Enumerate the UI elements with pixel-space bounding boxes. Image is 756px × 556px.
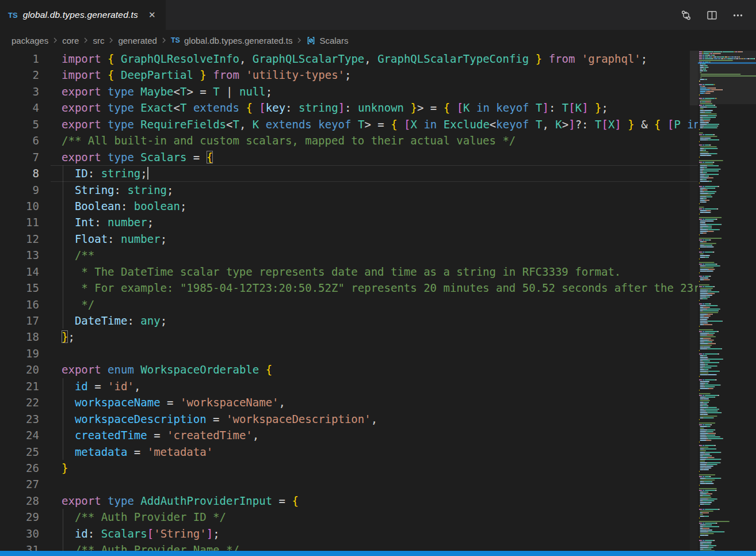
code-line[interactable]: 13 /** — [0, 247, 698, 263]
line-number: 17 — [0, 313, 39, 329]
line-number: 2 — [0, 67, 39, 83]
code-text: * The DateTime scalar type represents da… — [39, 264, 698, 280]
code-text — [39, 345, 698, 361]
breadcrumb-item-global-db-types-generated-ts[interactable]: TSglobal.db.types.generated.ts — [157, 36, 292, 45]
code-line[interactable]: 2import { DeepPartial } from 'utility-ty… — [0, 67, 698, 83]
code-text: Float: number; — [39, 231, 698, 247]
line-number: 3 — [0, 83, 39, 100]
code-line[interactable]: 17 DateTime: any; — [0, 313, 698, 329]
code-line[interactable]: 23 workspaceDescription = 'workspaceDesc… — [0, 411, 698, 427]
open-changes-icon[interactable] — [681, 10, 692, 21]
code-line[interactable]: 20export enum WorkspaceOrderable { — [0, 361, 698, 378]
breadcrumb-item-generated[interactable]: generated — [104, 36, 157, 45]
indent-guide — [63, 296, 63, 313]
code-line[interactable]: 4export type Exact<T extends { [key: str… — [0, 100, 698, 116]
minimap[interactable] — [698, 51, 756, 551]
more-actions-icon[interactable] — [732, 10, 743, 21]
code-line[interactable]: 28export type AddAuthProviderInput = { — [0, 493, 698, 509]
code-text: createdTime = 'createdTime', — [39, 427, 698, 443]
code-text: String: string; — [39, 182, 698, 198]
code-line[interactable]: 3export type Maybe<T> = T | null; — [0, 83, 698, 100]
tab-close-icon[interactable]: ✕ — [147, 9, 158, 21]
code-line[interactable]: 1import { GraphQLResolveInfo, GraphQLSca… — [0, 51, 698, 67]
code-line[interactable]: 26} — [0, 460, 698, 476]
line-number: 10 — [0, 198, 39, 214]
line-number: 9 — [0, 182, 39, 198]
indent-guide — [63, 198, 63, 214]
breadcrumb-item-src[interactable]: src — [79, 36, 104, 45]
breadcrumb-item-scalars[interactable]: Scalars — [292, 36, 348, 45]
line-number: 8 — [0, 165, 39, 181]
code-area: 1import { GraphQLResolveInfo, GraphQLSca… — [0, 51, 698, 551]
text-cursor — [147, 167, 148, 180]
indent-guide — [63, 247, 63, 263]
code-text: export type Exact<T extends { [key: stri… — [39, 100, 698, 116]
code-line[interactable]: 16 */ — [0, 296, 698, 313]
code-line[interactable]: 21 id = 'id', — [0, 378, 698, 394]
line-number: 25 — [0, 444, 39, 460]
code-line[interactable]: 12 Float: number; — [0, 231, 698, 247]
indent-guide — [63, 509, 63, 525]
code-text: }; — [39, 329, 698, 345]
code-text: export enum WorkspaceOrderable { — [39, 361, 698, 378]
line-number: 15 — [0, 280, 39, 296]
code-line[interactable]: 22 workspaceName = 'workspaceName', — [0, 394, 698, 410]
code-text: ID: string; — [39, 165, 698, 181]
code-line[interactable]: 7export type Scalars = { — [0, 149, 698, 165]
line-number: 28 — [0, 493, 39, 509]
code-text — [39, 476, 698, 492]
split-editor-icon[interactable] — [707, 10, 717, 21]
breadcrumb-item-packages[interactable]: packages — [12, 36, 48, 45]
chevron-right-icon — [51, 36, 60, 45]
code-text: import { GraphQLResolveInfo, GraphQLScal… — [39, 51, 698, 67]
line-number: 16 — [0, 296, 39, 313]
code-line[interactable]: 24 createdTime = 'createdTime', — [0, 427, 698, 443]
code-text: export type Scalars = { — [39, 149, 698, 165]
line-number: 12 — [0, 231, 39, 247]
line-number: 22 — [0, 394, 39, 410]
line-number: 1 — [0, 51, 39, 67]
code-line[interactable]: 18}; — [0, 329, 698, 345]
line-number: 5 — [0, 116, 39, 132]
chevron-right-icon — [159, 36, 169, 45]
code-line[interactable]: 5export type RequireFields<T, K extends … — [0, 116, 698, 132]
breadcrumb-label: core — [62, 36, 79, 45]
scrollbar-slider[interactable] — [690, 51, 698, 105]
indent-guide — [63, 165, 63, 181]
code-line[interactable]: 19 — [0, 345, 698, 361]
line-number: 30 — [0, 525, 39, 542]
indent-guide — [63, 542, 63, 551]
editor-actions — [681, 0, 756, 30]
code-line[interactable]: 9 String: string; — [0, 182, 698, 198]
indent-guide — [63, 231, 63, 247]
code-text: workspaceDescription = 'workspaceDescrip… — [39, 411, 698, 427]
line-number: 24 — [0, 427, 39, 443]
code-line[interactable]: 10 Boolean: boolean; — [0, 198, 698, 214]
vertical-scrollbar[interactable] — [690, 51, 698, 551]
code-text: workspaceName = 'workspaceName', — [39, 394, 698, 410]
breadcrumb-label: global.db.types.generated.ts — [184, 36, 292, 45]
tab-global-db-types-generated[interactable]: TS global.db.types.generated.ts ✕ — [0, 0, 166, 30]
code-line[interactable]: 31 /** Auth Provider Name */ — [0, 542, 698, 551]
code-line[interactable]: 8 ID: string; — [0, 165, 698, 181]
code-line[interactable]: 25 metadata = 'metadata' — [0, 444, 698, 460]
code-line[interactable]: 29 /** Auth Provider ID */ — [0, 509, 698, 525]
code-line[interactable]: 15 * For example: "1985-04-12T23:20:50.5… — [0, 280, 698, 296]
line-number: 6 — [0, 132, 39, 148]
indent-guide — [63, 444, 63, 460]
line-number: 23 — [0, 411, 39, 427]
code-line[interactable]: 11 Int: number; — [0, 214, 698, 230]
chevron-right-icon — [106, 36, 116, 45]
breadcrumb-label: generated — [118, 36, 157, 45]
code-line[interactable]: 14 * The DateTime scalar type represents… — [0, 264, 698, 280]
breadcrumb-item-core[interactable]: core — [48, 36, 79, 45]
code-text: id: Scalars['String']; — [39, 525, 698, 542]
indent-guide — [63, 214, 63, 230]
indent-guide — [63, 264, 63, 280]
indent-guide — [63, 378, 63, 394]
code-text: /** All built-in and custom scalars, map… — [39, 132, 698, 148]
code-line[interactable]: 27 — [0, 476, 698, 492]
code-line[interactable]: 30 id: Scalars['String']; — [0, 525, 698, 542]
indent-guide — [63, 394, 63, 410]
code-line[interactable]: 6/** All built-in and custom scalars, ma… — [0, 132, 698, 148]
